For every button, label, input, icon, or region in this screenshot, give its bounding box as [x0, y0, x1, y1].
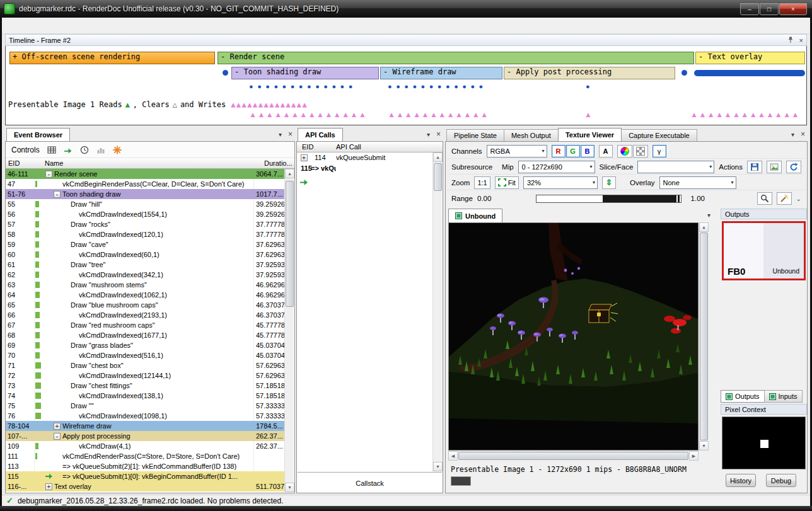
- panel-close-icon[interactable]: ×: [288, 130, 293, 139]
- scroll-up-icon[interactable]: ▲: [433, 152, 443, 162]
- table-row[interactable]: 116-... + Text overlay 511.7037: [6, 481, 285, 491]
- channel-green-button[interactable]: G: [566, 145, 580, 158]
- panel-menu-icon[interactable]: ▾: [427, 131, 430, 138]
- toolbar-overflow-icon[interactable]: ⌄: [796, 195, 801, 202]
- write-markers-inline[interactable]: ▲▲▲▲▲▲▲▲▲▲▲▲▲▲: [231, 100, 308, 109]
- goto-event-icon[interactable]: [64, 146, 72, 154]
- table-row[interactable]: 78-104 + Wireframe draw 1784.5...: [6, 421, 285, 431]
- slice-face-select[interactable]: ▾: [637, 161, 714, 173]
- texture-vscrollbar[interactable]: ▲ ▼: [699, 222, 708, 451]
- api-call-row[interactable]: 115 => vkQueueSubmit(1)[...: [297, 163, 443, 174]
- timeline-bar-wireframe[interactable]: - Wireframe draw: [380, 67, 502, 79]
- callstack-splitter[interactable]: [298, 472, 442, 474]
- timeline-overlay-events-pill[interactable]: [694, 70, 805, 76]
- scroll-right-icon[interactable]: ▶: [689, 451, 699, 461]
- col-api-call[interactable]: API Call: [336, 143, 443, 151]
- table-row[interactable]: 57 Draw "rocks" 37.77778: [6, 219, 285, 229]
- write-markers-group-4[interactable]: ▲▲▲▲▲▲▲▲▲▲▲▲▲: [690, 110, 800, 119]
- table-row[interactable]: 68 vkCmdDrawIndexed(1677,1) 45.77778: [6, 330, 285, 340]
- read-marker-icon[interactable]: ▲: [125, 100, 130, 109]
- maximize-button[interactable]: □: [760, 3, 779, 15]
- menu-item[interactable]: [35, 23, 49, 28]
- tree-expander-icon[interactable]: +: [301, 154, 308, 161]
- scroll-up-icon[interactable]: ▲: [699, 222, 709, 232]
- panel-menu-icon[interactable]: ▾: [791, 131, 794, 138]
- range-max-value[interactable]: 1.00: [686, 195, 728, 202]
- pin-icon[interactable]: [787, 37, 794, 43]
- col-eid[interactable]: EID: [6, 159, 35, 167]
- table-row[interactable]: 66 vkCmdDrawIndexed(2193,1) 46.37037: [6, 310, 285, 320]
- gamma-button[interactable]: γ: [652, 145, 666, 158]
- col-duration[interactable]: Duratio...: [262, 159, 294, 167]
- timeline-event-dot[interactable]: [223, 70, 228, 76]
- minimize-button[interactable]: –: [740, 3, 759, 15]
- write-markers-group-2[interactable]: ▲▲▲▲▲▲▲▲▲▲▲▲: [388, 110, 489, 119]
- menu-item[interactable]: [21, 23, 35, 28]
- debug-button[interactable]: Debug: [766, 474, 796, 487]
- table-row[interactable]: 61 Draw "tree" 37.92593: [6, 260, 285, 270]
- scroll-up-icon[interactable]: ▲: [285, 169, 294, 178]
- table-row[interactable]: 59 Draw "cave" 37.62963: [6, 239, 285, 250]
- color-wheel-button[interactable]: [617, 145, 632, 158]
- titlebar[interactable]: debugmarker.rdc - RenderDoc Unofficial r…: [0, 0, 812, 18]
- texture-display[interactable]: [448, 222, 699, 451]
- clear-marker-icon[interactable]: △: [173, 100, 177, 109]
- fit-button[interactable]: Fit: [495, 176, 519, 189]
- refresh-button[interactable]: [786, 161, 801, 173]
- timeline-close-icon[interactable]: ×: [799, 37, 803, 44]
- write-markers-group-1[interactable]: ▲▲▲▲▲▲▲▲▲▲▲▲▲▲: [249, 110, 367, 119]
- api-call-row[interactable]: + 114 vkQueueSubmit: [297, 152, 443, 163]
- table-row[interactable]: 71 Draw "chest box" 57.62963: [6, 360, 285, 370]
- channel-blue-button[interactable]: B: [581, 145, 594, 158]
- table-row[interactable]: 69 Draw "grass blades" 45.03704: [6, 340, 285, 350]
- stats-icon[interactable]: [96, 146, 105, 154]
- flip-y-button[interactable]: ⇕: [602, 176, 616, 189]
- timeline-bar-render-scene[interactable]: - Render scene: [218, 52, 694, 64]
- table-row[interactable]: 111 vkCmdEndRenderPass(C=Store, D=Store,…: [6, 451, 285, 461]
- timeline-table-icon[interactable]: [47, 146, 56, 154]
- zoom-select[interactable]: 32% ▾: [523, 176, 598, 189]
- range-slider[interactable]: [536, 195, 682, 203]
- scroll-thumb[interactable]: [434, 163, 442, 191]
- channel-alpha-button[interactable]: A: [599, 145, 613, 158]
- tab-event-browser[interactable]: Event Browser: [6, 128, 70, 141]
- texture-list-dropdown-icon[interactable]: ▾: [707, 212, 710, 219]
- table-row[interactable]: 64 vkCmdDrawIndexed(1062,1) 46.96296: [6, 290, 285, 300]
- zoom-range-button[interactable]: [757, 192, 772, 205]
- menu-item[interactable]: [49, 23, 62, 28]
- tree-expander-icon[interactable]: -: [54, 191, 61, 198]
- clock-icon[interactable]: [80, 146, 89, 154]
- scroll-thumb[interactable]: [700, 233, 708, 440]
- panel-menu-icon[interactable]: ▾: [279, 131, 282, 138]
- table-row[interactable]: 65 Draw "blue mushroom caps" 46.37037: [6, 300, 285, 310]
- scroll-down-icon[interactable]: ▼: [433, 462, 443, 471]
- table-row[interactable]: 67 Draw "red mushroom caps" 45.77778: [6, 320, 285, 330]
- table-row[interactable]: 46-111 - Render scene 3064.7...: [6, 169, 285, 179]
- bookmark-star-icon[interactable]: [113, 146, 122, 154]
- save-button[interactable]: [747, 161, 762, 173]
- texture-hscrollbar[interactable]: ◀ ▶: [448, 451, 699, 460]
- scroll-thumb[interactable]: [458, 452, 688, 460]
- scroll-thumb[interactable]: [286, 181, 294, 307]
- fb0-thumbnail[interactable]: FB0 Unbound: [722, 221, 806, 280]
- timeline-dot-group-postproc[interactable]: ●: [586, 83, 594, 90]
- tab-mesh-output[interactable]: Mesh Output: [504, 129, 559, 141]
- table-row[interactable]: 63 Draw "mushroom stems" 46.96296: [6, 280, 285, 290]
- table-row[interactable]: 47 vkCmdBeginRenderPass(C=Clear, D=Clear…: [6, 179, 285, 189]
- menu-item[interactable]: [7, 23, 21, 28]
- table-row[interactable]: 109 vkCmdDraw(4,1) 262.37...: [6, 441, 285, 451]
- table-row[interactable]: 70 vkCmdDrawIndexed(516,1) 45.03704: [6, 350, 285, 360]
- scroll-down-icon[interactable]: ▼: [699, 441, 709, 451]
- tree-expander-icon[interactable]: +: [45, 483, 52, 490]
- timeline-dot-group-wireframe[interactable]: ●●●●●●●●●●●●: [388, 83, 487, 90]
- table-row[interactable]: 76 vkCmdDrawIndexed(1098,1) 57.33333: [6, 411, 285, 421]
- table-row[interactable]: 73 Draw "chest fittings" 57.18518: [6, 381, 285, 391]
- table-row[interactable]: 75 Draw "" 57.33333: [6, 401, 285, 411]
- tree-expander-icon[interactable]: -: [54, 433, 61, 440]
- panel-close-icon[interactable]: ×: [801, 130, 805, 139]
- col-eid[interactable]: EID: [297, 143, 336, 151]
- zoom-1to1-button[interactable]: 1:1: [474, 176, 490, 189]
- table-row[interactable]: 62 vkCmdDrawIndexed(342,1) 37.92593: [6, 270, 285, 280]
- range-thumb[interactable]: [678, 195, 680, 202]
- scroll-left-icon[interactable]: ◀: [448, 451, 458, 461]
